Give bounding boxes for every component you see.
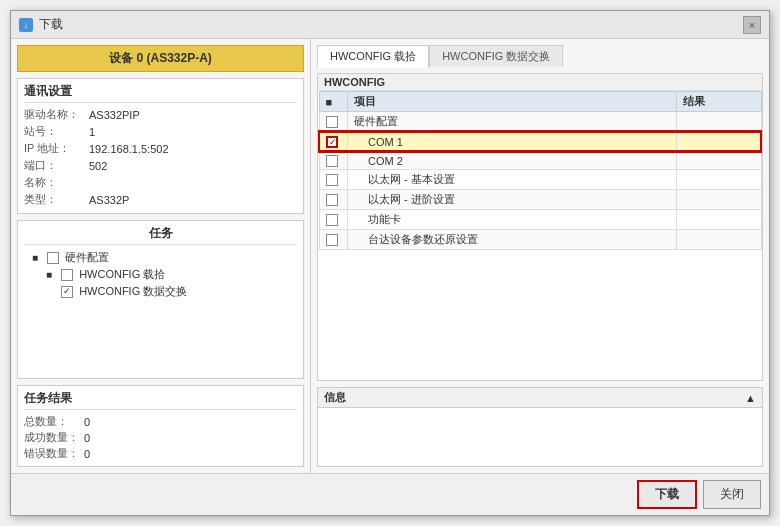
col-item-header: 项目 [348, 92, 677, 112]
result-success-row: 成功数量： 0 [24, 430, 297, 445]
table-container: ■ 项目 结果 硬件配置COM 1COM 2以太网 - 基本设置以太网 - 进阶… [318, 91, 762, 380]
tree-item-hardware[interactable]: ■ 硬件配置 [24, 249, 297, 266]
tabs-row: HWCONFIG 载拾 HWCONFIG 数据交换 [317, 45, 763, 67]
field-row-driver: 驱动名称： AS332PIP [24, 107, 297, 122]
row-checkbox[interactable] [319, 132, 348, 151]
download-button[interactable]: 下载 [637, 480, 697, 509]
row-result [677, 190, 761, 210]
row-checkbox[interactable] [319, 230, 348, 250]
field-label-driver: 驱动名称： [24, 107, 89, 122]
info-title: 信息 [324, 390, 346, 405]
tab-hwconfig-load[interactable]: HWCONFIG 载拾 [317, 45, 429, 68]
task-section: 任务 ■ 硬件配置 ■ HWCONFIG 载拾 HWCONFIG 数据交换 [17, 220, 304, 379]
tree-item-hwconfig-load[interactable]: ■ HWCONFIG 载拾 [24, 266, 297, 283]
table-row[interactable]: 以太网 - 基本设置 [319, 170, 761, 190]
table-row[interactable]: COM 2 [319, 151, 761, 170]
dialog-body: 设备 0 (AS332P-A) 通讯设置 驱动名称： AS332PIP 站号： … [11, 39, 769, 473]
row-result [677, 170, 761, 190]
field-label-station: 站号： [24, 124, 89, 139]
title-bar: ↓ 下载 × [11, 11, 769, 39]
tree-item-hwconfig-exchange[interactable]: HWCONFIG 数据交换 [24, 283, 297, 300]
hwconfig-table: ■ 项目 结果 硬件配置COM 1COM 2以太网 - 基本设置以太网 - 进阶… [318, 91, 762, 250]
row-result [677, 230, 761, 250]
row-checkbox[interactable] [319, 112, 348, 133]
result-total-row: 总数量： 0 [24, 414, 297, 429]
expand-icon-hardware: ■ [32, 252, 42, 263]
row-result [677, 151, 761, 170]
row-item: 硬件配置 [348, 112, 677, 133]
row-checkbox[interactable] [319, 190, 348, 210]
left-panel: 设备 0 (AS332P-A) 通讯设置 驱动名称： AS332PIP 站号： … [11, 39, 311, 473]
result-success-value: 0 [84, 432, 90, 444]
result-error-label: 错误数量： [24, 446, 84, 461]
table-row[interactable]: 硬件配置 [319, 112, 761, 133]
field-label-port: 端口： [24, 158, 89, 173]
right-panel: HWCONFIG 载拾 HWCONFIG 数据交换 HWCONFIG ■ 项目 … [311, 39, 769, 473]
field-value-ip: 192.168.1.5:502 [89, 143, 169, 155]
field-row-station: 站号： 1 [24, 124, 297, 139]
field-label-name: 名称： [24, 175, 89, 190]
info-header: 信息 ▲ [318, 388, 762, 408]
row-item: COM 1 [348, 132, 677, 151]
row-result [677, 112, 761, 133]
field-row-ip: IP 地址： 192.168.1.5:502 [24, 141, 297, 156]
row-checkbox[interactable] [319, 210, 348, 230]
hwconfig-label: HWCONFIG [318, 74, 762, 91]
dialog-icon: ↓ [19, 18, 33, 32]
download-dialog: ↓ 下载 × 设备 0 (AS332P-A) 通讯设置 驱动名称： AS332P… [10, 10, 770, 516]
result-success-label: 成功数量： [24, 430, 84, 445]
row-checkbox[interactable] [319, 151, 348, 170]
field-value-type: AS332P [89, 194, 129, 206]
tree-label-hardware: 硬件配置 [65, 251, 109, 263]
row-item: 以太网 - 进阶设置 [348, 190, 677, 210]
task-section-title: 任务 [24, 225, 297, 245]
close-button[interactable]: 关闭 [703, 480, 761, 509]
field-value-station: 1 [89, 126, 95, 138]
table-row[interactable]: COM 1 [319, 132, 761, 151]
row-result [677, 132, 761, 151]
field-label-type: 类型： [24, 192, 89, 207]
row-checkbox[interactable] [319, 170, 348, 190]
table-row[interactable]: 以太网 - 进阶设置 [319, 190, 761, 210]
expand-icon-hwload: ■ [46, 269, 56, 280]
info-section: 信息 ▲ [317, 387, 763, 467]
tab-hwconfig-exchange[interactable]: HWCONFIG 数据交换 [429, 45, 563, 67]
checkbox-hwload[interactable] [61, 269, 73, 281]
field-value-driver: AS332PIP [89, 109, 140, 121]
result-total-label: 总数量： [24, 414, 84, 429]
info-content [318, 408, 762, 416]
field-row-type: 类型： AS332P [24, 192, 297, 207]
row-result [677, 210, 761, 230]
result-total-value: 0 [84, 416, 90, 428]
title-bar-left: ↓ 下载 [19, 16, 63, 33]
results-section: 任务结果 总数量： 0 成功数量： 0 错误数量： 0 [17, 385, 304, 467]
col-result-header: 结果 [677, 92, 761, 112]
field-row-port: 端口： 502 [24, 158, 297, 173]
field-value-port: 502 [89, 160, 107, 172]
field-label-ip: IP 地址： [24, 141, 89, 156]
checkbox-hwexchange[interactable] [61, 286, 73, 298]
comm-section-title: 通讯设置 [24, 83, 297, 103]
tree-label-hwexchange: HWCONFIG 数据交换 [79, 285, 187, 297]
row-item: 功能卡 [348, 210, 677, 230]
dialog-footer: 下载 关闭 [11, 473, 769, 515]
hwconfig-panel: HWCONFIG ■ 项目 结果 硬件配置COM 1COM 2以太网 - 基本设… [317, 73, 763, 381]
comm-section: 通讯设置 驱动名称： AS332PIP 站号： 1 IP 地址： 192.168… [17, 78, 304, 214]
result-error-row: 错误数量： 0 [24, 446, 297, 461]
table-row[interactable]: 台达设备参数还原设置 [319, 230, 761, 250]
row-item: COM 2 [348, 151, 677, 170]
dialog-title: 下载 [39, 16, 63, 33]
results-title: 任务结果 [24, 390, 297, 410]
device-header: 设备 0 (AS332P-A) [17, 45, 304, 72]
table-row[interactable]: 功能卡 [319, 210, 761, 230]
tree-label-hwload: HWCONFIG 载拾 [79, 268, 165, 280]
row-item: 台达设备参数还原设置 [348, 230, 677, 250]
col-check-header: ■ [319, 92, 348, 112]
close-icon[interactable]: × [743, 16, 761, 34]
row-item: 以太网 - 基本设置 [348, 170, 677, 190]
field-row-name: 名称： [24, 175, 297, 190]
checkbox-hardware[interactable] [47, 252, 59, 264]
info-collapse-icon[interactable]: ▲ [745, 392, 756, 404]
result-error-value: 0 [84, 448, 90, 460]
